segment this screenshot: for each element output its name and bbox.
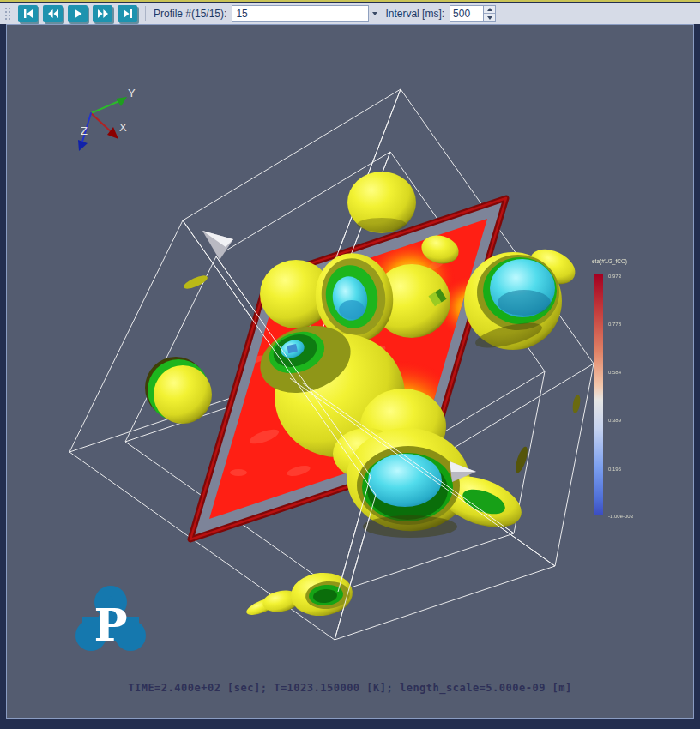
logo-letter: P	[94, 599, 127, 651]
colorbar-tick: 0.584	[608, 370, 622, 375]
axis-label-x: X	[119, 121, 127, 134]
skip-to-last-icon	[123, 9, 133, 18]
toolbar-separator	[145, 6, 146, 21]
colorbar-tick: 0.389	[608, 418, 622, 423]
render-viewport: Y X Z	[6, 24, 694, 719]
viewport-3d-canvas[interactable]: Y X Z	[7, 25, 693, 718]
isosurface-sliver	[513, 445, 529, 474]
isosurface-lens	[182, 273, 208, 291]
isosurface-sphere	[347, 172, 416, 233]
skip-to-first-icon	[23, 9, 33, 18]
app-window: Profile #(15/15): Interval [ms]:	[0, 0, 700, 729]
interval-spinner	[450, 5, 496, 22]
profile-combobox[interactable]	[232, 5, 369, 22]
spin-up-icon[interactable]	[484, 6, 495, 14]
isosurface-left-sphere	[145, 357, 212, 424]
isosurface-peanut	[244, 570, 354, 618]
skip-to-first-button[interactable]	[18, 5, 38, 22]
colorbar-title: eta(#1/2_fCC)	[592, 258, 627, 265]
isosurface-sliver	[571, 394, 582, 413]
colorbar-tick: 0.973	[608, 274, 622, 279]
orientation-axes: Y X Z	[78, 87, 136, 151]
interval-label: Interval [ms]:	[385, 8, 444, 20]
spin-down-icon[interactable]	[484, 14, 495, 21]
playback-toolbar: Profile #(15/15): Interval [ms]:	[0, 3, 700, 24]
simulation-status-text: TIME=2.400e+02 [sec]; T=1023.150000 [K];…	[7, 682, 693, 694]
colorbar-tick: 0.778	[608, 322, 622, 327]
colorbar-legend: eta(#1/2_fCC) 0.973 0.778 0.584 0.389 0.…	[592, 258, 634, 519]
axis-label-y: Y	[128, 87, 136, 99]
fast-forward-button[interactable]	[93, 5, 112, 22]
rewind-icon	[48, 9, 58, 18]
skip-to-last-button[interactable]	[118, 5, 137, 22]
colorbar-tick: 0.195	[608, 467, 622, 472]
fast-forward-icon	[98, 9, 108, 18]
toolbar-grip[interactable]	[3, 6, 11, 21]
profile-label: Profile #(15/15):	[154, 8, 226, 20]
play-button[interactable]	[68, 5, 88, 22]
play-icon	[73, 9, 83, 18]
colorbar-tick: -1.00e-003	[608, 514, 634, 519]
app-logo: P	[75, 586, 146, 651]
rewind-button[interactable]	[43, 5, 63, 22]
toolbar-separator-2	[377, 6, 377, 21]
profile-combobox-value[interactable]	[232, 6, 372, 21]
interval-input[interactable]	[450, 5, 484, 22]
axis-label-z: Z	[81, 124, 88, 137]
